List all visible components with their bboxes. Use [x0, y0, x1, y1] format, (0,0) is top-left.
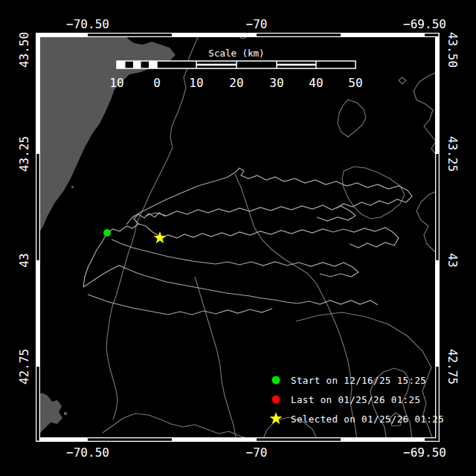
legend-selected-icon: [269, 412, 282, 424]
scale-tick: 20: [229, 76, 243, 90]
scale-tick: 30: [269, 76, 283, 90]
top-axis-label: −70.50: [66, 17, 109, 31]
legend-selected-label: Selected on 01/25/26 01:25: [291, 414, 444, 425]
right-axis-label: 43: [446, 253, 460, 267]
track-line: [83, 266, 378, 305]
map-plot[interactable]: −70.50 −70 −69.50 −70.50 −70 −69.50 43.5…: [0, 0, 476, 476]
track-line: [146, 205, 356, 221]
right-axis-label: 43.50: [446, 32, 460, 68]
track-line: [160, 228, 393, 238]
right-axis-label: 43.25: [446, 136, 460, 172]
left-axis-label: 43: [17, 253, 31, 267]
scale-tick: 40: [309, 76, 323, 90]
legend-last-label: Last on 01/25/26 01:25: [291, 394, 420, 405]
selected-marker[interactable]: [153, 231, 166, 243]
legend: Start on 12/16/25 15:25 Last on 01/25/26…: [269, 375, 444, 425]
legend-start-label: Start on 12/16/25 15:25: [291, 375, 426, 386]
top-axis-label: −70: [246, 17, 268, 31]
top-axis-label: −69.50: [403, 17, 446, 31]
left-axis-label: 43.25: [17, 136, 31, 172]
start-marker[interactable]: [103, 229, 111, 237]
track-line: [112, 239, 358, 277]
scale-bar-title: Scale (km): [208, 48, 264, 59]
legend-last-icon: [272, 396, 280, 404]
bottom-axis-label: −70.50: [66, 446, 109, 460]
map-window: −70.50 −70 −69.50 −70.50 −70 −69.50 43.5…: [0, 0, 476, 476]
left-axis-label: 43.50: [17, 32, 31, 68]
scale-tick: 50: [348, 76, 362, 90]
legend-start-icon: [272, 376, 280, 385]
bottom-axis-label: −69.50: [403, 446, 446, 460]
right-axis-label: 42.75: [446, 349, 460, 385]
scale-tick: 0: [153, 76, 161, 90]
track-line: [350, 232, 399, 248]
track-line: [126, 168, 412, 225]
left-axis-label: 42.75: [17, 349, 31, 385]
track-line: [107, 224, 160, 237]
scale-tick: 10: [109, 76, 123, 90]
scale-tick: 10: [189, 76, 203, 90]
bottom-axis-label: −70: [246, 446, 268, 460]
